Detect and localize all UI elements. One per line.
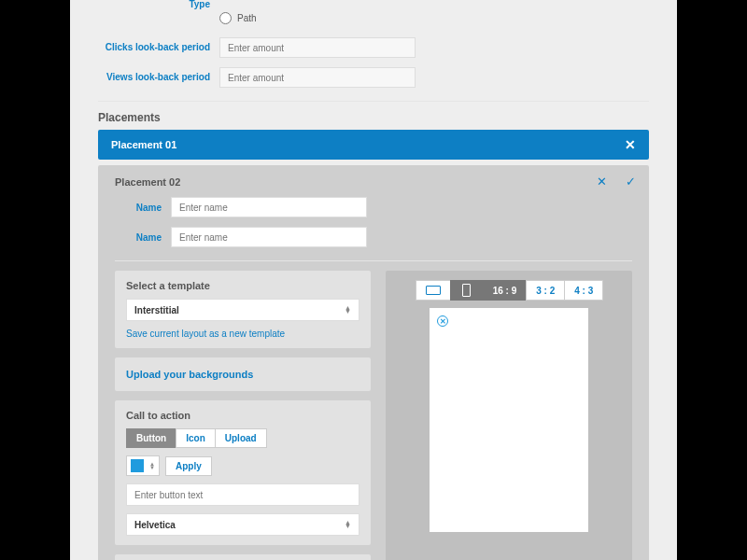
video-preview-card: Video preview 🔍	[115, 554, 371, 560]
select-caret-icon: ▲▼	[345, 521, 351, 528]
cta-font-value: Helvetica	[134, 520, 176, 530]
placement-02-title: Placement 02	[115, 176, 632, 188]
name-input-1[interactable]	[171, 197, 367, 217]
clicks-lookback-row: Clicks look-back period	[98, 37, 649, 58]
app-frame: Type Path Clicks look-back period Views …	[70, 0, 677, 560]
select-caret-icon: ▲▼	[345, 306, 351, 314]
cta-font-select[interactable]: Helvetica ▲▼	[126, 513, 359, 536]
name-input-2[interactable]	[171, 227, 367, 247]
placement-02-close-icon[interactable]: ✕	[597, 175, 607, 189]
caret-icon: ▲▼	[149, 462, 155, 469]
ratio-3-2-tab[interactable]: 3 : 2	[526, 280, 565, 301]
placement-02-confirm-icon[interactable]: ✓	[626, 175, 636, 189]
views-lookback-label: Views look-back period	[98, 72, 219, 83]
preview-canvas[interactable]: ✕	[430, 308, 588, 532]
preview-panel: 16 : 9 3 : 2 4 : 3 ✕	[386, 271, 632, 560]
template-select[interactable]: Interstitial ▲▼	[126, 299, 359, 321]
cta-text-input[interactable]	[126, 483, 359, 506]
placement-02-name-row-1: Name	[115, 197, 632, 217]
template-heading: Select a template	[126, 280, 359, 291]
color-swatch	[131, 459, 144, 472]
cta-tab-button[interactable]: Button	[126, 428, 176, 448]
type-label: Type	[98, 0, 219, 10]
name-label-2: Name	[115, 232, 171, 243]
type-option-path[interactable]: Path	[219, 12, 257, 24]
template-card: Select a template Interstitial ▲▼ Save c…	[115, 271, 371, 348]
type-option-path-row: Path	[98, 12, 649, 24]
left-column: Select a template Interstitial ▲▼ Save c…	[115, 271, 371, 560]
ratio-4-3-tab[interactable]: 4 : 3	[564, 280, 603, 301]
clicks-lookback-input[interactable]	[219, 37, 416, 58]
placements-heading: Placements	[98, 111, 677, 124]
template-value: Interstitial	[134, 305, 179, 315]
upload-backgrounds-link[interactable]: Upload your backgrounds	[115, 357, 371, 391]
cta-color-picker[interactable]: ▲▼	[126, 455, 160, 476]
name-label-1: Name	[115, 203, 171, 213]
placement-02-panel: Placement 02 ✕ ✓ Name Name Select a temp…	[98, 165, 649, 560]
canvas-target-icon[interactable]: ✕	[437, 315, 448, 327]
clicks-lookback-label: Clicks look-back period	[98, 42, 219, 53]
placement-01-bar[interactable]: Placement 01 ✕	[98, 130, 649, 160]
cta-card: Call to action Button Icon Upload ▲▼ App…	[115, 400, 371, 545]
cta-tab-icon[interactable]: Icon	[176, 428, 216, 448]
device-landscape-tab[interactable]	[416, 280, 451, 301]
type-row-partial: Type	[98, 0, 649, 10]
portrait-icon	[462, 284, 471, 297]
placement-01-title: Placement 01	[111, 139, 176, 150]
save-template-link[interactable]: Save current layout as a new template	[126, 329, 359, 339]
cta-type-tabs: Button Icon Upload	[126, 428, 359, 448]
ratio-16-9-tab[interactable]: 16 : 9	[483, 280, 528, 301]
device-portrait-tab[interactable]	[450, 280, 484, 301]
views-lookback-input[interactable]	[219, 67, 416, 88]
preview-tabs: 16 : 9 3 : 2 4 : 3	[395, 280, 623, 301]
landscape-icon	[426, 286, 441, 295]
type-radio-label: Path	[237, 13, 257, 23]
views-lookback-row: Views look-back period	[98, 67, 649, 88]
cta-heading: Call to action	[126, 410, 359, 421]
placement-02-name-row-2: Name	[115, 227, 632, 247]
cta-tab-upload[interactable]: Upload	[215, 428, 267, 448]
type-radio-path[interactable]	[219, 12, 232, 24]
cta-apply-button[interactable]: Apply	[165, 456, 212, 476]
placement-01-close-icon[interactable]: ✕	[625, 137, 636, 152]
